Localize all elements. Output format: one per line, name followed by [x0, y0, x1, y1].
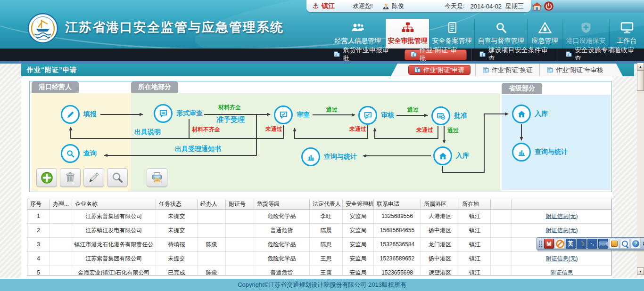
scroll-up-button[interactable]: ▲ — [637, 63, 644, 70]
cell-company: 江苏镇江发电有限公司 — [72, 224, 156, 237]
moon-icon[interactable]: ☽ — [577, 239, 586, 249]
nav-tab-label: 安全审批管理 — [388, 37, 428, 45]
punctuation-icon[interactable]: ·, — [587, 239, 597, 249]
flow-node-formal-review: 形式审查 — [154, 104, 203, 123]
keyboard-icon[interactable]: ⌨ — [598, 239, 608, 249]
plus-icon — [41, 171, 53, 184]
cell-cargo-level: 普通危货 — [254, 266, 310, 275]
flow-node-review: 审查 — [274, 105, 310, 124]
cell-legal-rep: 陈思 — [310, 238, 343, 251]
nav-tab-safety-record[interactable]: 安全备案管理 — [429, 19, 474, 48]
table-row[interactable]: 5 金海宏业(镇江)石化有限公司 已完成 陈俊 普通危货 王康 安监局 1523… — [27, 266, 611, 275]
ime-toolbar[interactable]: M 英 ☽ ·, ⌨ ? — [537, 237, 644, 250]
column-header-cargo-level: 危货等级 — [254, 199, 310, 209]
tools-icon[interactable] — [609, 239, 619, 249]
edge-label-materials-complete: 材料齐全 — [218, 104, 241, 112]
add-button[interactable] — [36, 168, 57, 187]
subnav-item-construction-review[interactable]: 建设项目安全条件审查 — [471, 48, 558, 61]
nav-tab-self-inspection[interactable]: 自查与督查管理 — [474, 19, 527, 48]
document-icon — [547, 66, 553, 74]
collapse-icon[interactable] — [642, 239, 644, 249]
cell-legal-rep: 王思 — [310, 252, 343, 266]
cert-info-link[interactable]: 附证信息(无) — [546, 213, 578, 219]
cell-port-area: 扬中港区 — [421, 252, 459, 266]
cell-operator: 陈俊 — [198, 238, 226, 251]
nav-tab-safety-approval[interactable]: 安全审批管理 — [386, 19, 429, 48]
edge-label-materials-incomplete: 材料不齐全 — [192, 126, 220, 134]
date-value: 2014-04-02 — [471, 3, 502, 10]
tab-cert-apply[interactable]: 作业“附证”申请 — [408, 65, 471, 75]
tab-cert-annual-review[interactable]: 作业“附证”年审核 — [539, 64, 610, 76]
subnav-item-attached-cert-approval[interactable]: 作业“附证”审批 — [405, 49, 467, 60]
edit-button[interactable] — [83, 168, 104, 187]
subnav-item-dangerous-cargo-approval[interactable]: 危货作业申报审批 — [326, 48, 400, 61]
comment-icon — [154, 104, 173, 123]
cell-port-area: 谏壁港区 — [421, 266, 459, 275]
nav-tab-operator-info[interactable]: 经营人信息管理 — [330, 19, 386, 48]
edge-label-fail-3: 未通过 — [416, 126, 433, 134]
column-header-location: 所在地 — [459, 199, 491, 209]
page-footer: Copyright©江苏省交通规划设计院股份有限公司 2013版权所有 — [0, 278, 644, 291]
drag-handle[interactable] — [539, 240, 543, 248]
nav-tab-label: 港口设施保安 — [566, 37, 606, 45]
edge-label-pass-1: 通过 — [326, 106, 338, 114]
scroll-thumb[interactable] — [637, 70, 644, 91]
flow-node-audit: 审核 — [358, 106, 394, 125]
logout-button[interactable] — [544, 1, 553, 11]
flow-node-fill-in: 填报 — [61, 105, 97, 124]
subnav-item-facility-acceptance[interactable]: 安全设施专项验收审查 — [558, 48, 644, 61]
delete-button[interactable] — [60, 168, 81, 187]
help-icon[interactable]: ? — [631, 239, 641, 249]
section-label-provincial-part: 省级部分 — [502, 83, 542, 94]
column-header-operator: 经办人 — [198, 199, 226, 209]
nav-tab-port-security[interactable]: 港口设施保安 — [562, 19, 609, 48]
flow-node-label: 入库 — [456, 152, 469, 160]
cert-info-link[interactable]: 附证信息(无) — [546, 255, 578, 262]
tab-cert-renew[interactable]: 作业“附证”换证 — [475, 64, 540, 76]
cell-extra — [491, 252, 512, 266]
section-label-port-operator: 港口经营人 — [32, 81, 79, 93]
column-header-legal-rep: 法定代表人 — [310, 199, 343, 209]
bar-chart-icon — [512, 143, 531, 162]
print-button[interactable] — [147, 168, 167, 187]
city-label: 镇江 — [322, 2, 335, 10]
app-window: 江苏省港口安全监管与应急管理系统 ⚓ 镇江 欢迎您! 陈俊 今天是: 2014-… — [0, 0, 644, 291]
table-row[interactable]: 1 江苏索普集团有限公司 未提交 危险化学品 李旺 安监局 1325689556… — [27, 210, 611, 224]
scroll-down-button[interactable]: ▼ — [637, 267, 644, 275]
table-row[interactable]: 2 江苏镇江发电有限公司 未提交 普通危货 陈晨 安监局 15685684655… — [27, 224, 611, 238]
nav-tab-workbench[interactable]: 工作台 — [609, 19, 644, 48]
ban-icon[interactable] — [555, 239, 565, 249]
cell-handle — [50, 252, 72, 266]
ime-logo[interactable]: M — [544, 239, 554, 249]
cell-agency: 安监局 — [343, 210, 374, 223]
cell-cert-no — [226, 210, 254, 223]
search-icon[interactable] — [620, 239, 630, 249]
magnifier-icon — [111, 171, 124, 184]
cell-company: 江苏索普集团有限公司 — [72, 252, 156, 266]
table-header-row: 序号 办理... 企业名称 任务状态 经办人 附证号 危货等级 法定代表人 安全… — [27, 199, 611, 210]
cert-info-link[interactable]: 附证信息 — [551, 269, 573, 275]
record-toolbar — [36, 168, 167, 187]
pencil-icon — [88, 171, 100, 184]
page-title-bar: 作业“附证”申请 作业“附证”申请 作业“附证”换证 — [21, 64, 634, 76]
cell-agency: 安监局 — [343, 252, 374, 266]
flow-node-label: 查询与统计 — [535, 148, 568, 156]
home-button[interactable] — [532, 2, 542, 11]
pencil-icon — [61, 105, 80, 124]
people-icon — [350, 22, 365, 34]
cell-operator: 陈俊 — [198, 266, 226, 275]
cert-info-link[interactable]: 附证信息(无) — [546, 227, 578, 234]
column-header-port-area: 所属港区 — [421, 199, 459, 209]
search-button[interactable] — [107, 168, 128, 187]
nav-tab-emergency[interactable]: 应急管理 — [527, 19, 562, 48]
lang-icon[interactable]: 英 — [566, 239, 576, 249]
house-icon — [433, 146, 452, 165]
cell-company: 江苏索普集团有限公司 — [72, 210, 156, 223]
bar-chart-icon — [301, 147, 320, 166]
table-row[interactable]: 3 镇江市港龙石化港务有限责任公 待填报 陈俊 危险化学品 陈思 安监局 153… — [27, 238, 611, 252]
cell-legal-rep: 李旺 — [310, 210, 343, 223]
table-row[interactable]: 4 江苏索普集团有限公司 未提交 危险化学品 王思 安监局 1523658965… — [27, 252, 611, 266]
page-title: 作业“附证”申请 — [27, 64, 77, 76]
flow-node-label: 入库 — [535, 110, 548, 118]
flow-node-label: 审查 — [297, 111, 310, 119]
